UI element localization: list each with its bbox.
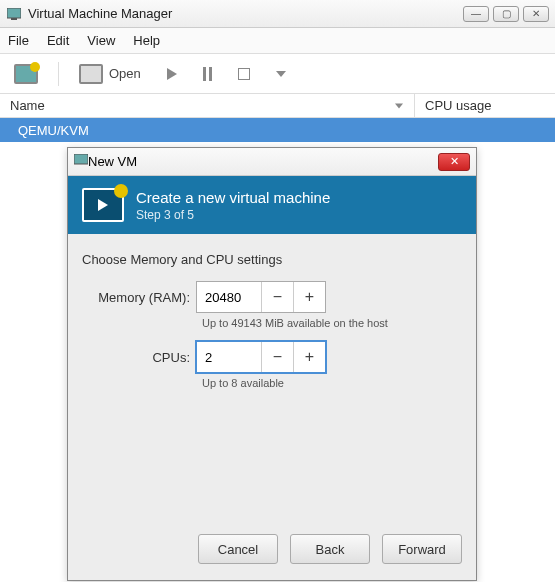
menu-help[interactable]: Help <box>133 33 160 48</box>
open-button[interactable]: Open <box>73 60 147 88</box>
section-title: Choose Memory and CPU settings <box>82 252 462 267</box>
menu-edit[interactable]: Edit <box>47 33 69 48</box>
wizard-header: Create a new virtual machine Step 3 of 5 <box>68 176 476 234</box>
pause-button[interactable] <box>197 63 218 85</box>
dialog-close-button[interactable]: ✕ <box>438 153 470 171</box>
menubar: File Edit View Help <box>0 28 555 54</box>
dialog-icon <box>74 154 88 169</box>
run-button[interactable] <box>161 64 183 84</box>
new-vm-button[interactable] <box>8 60 44 88</box>
memory-hint: Up to 49143 MiB available on the host <box>202 317 462 329</box>
cpu-label: CPUs: <box>82 350 196 365</box>
new-vm-icon <box>14 64 38 84</box>
memory-input[interactable] <box>197 282 261 312</box>
wizard-title: Create a new virtual machine <box>136 189 330 206</box>
dialog-titlebar: New VM ✕ <box>68 148 476 176</box>
play-icon <box>167 68 177 80</box>
wizard-step: Step 3 of 5 <box>136 208 330 222</box>
window-title: Virtual Machine Manager <box>28 6 463 21</box>
svg-rect-2 <box>74 154 88 164</box>
column-cpu[interactable]: CPU usage <box>415 94 555 117</box>
memory-decrement[interactable]: − <box>261 282 293 312</box>
new-vm-dialog: New VM ✕ Create a new virtual machine St… <box>67 147 477 581</box>
svg-rect-1 <box>11 18 17 20</box>
monitor-icon <box>79 64 103 84</box>
memory-label: Memory (RAM): <box>82 290 196 305</box>
cpu-decrement[interactable]: − <box>261 342 293 372</box>
svg-rect-0 <box>7 8 21 18</box>
maximize-button[interactable]: ▢ <box>493 6 519 22</box>
dialog-body: Choose Memory and CPU settings Memory (R… <box>68 234 476 524</box>
toolbar-separator <box>58 62 59 86</box>
cpu-hint: Up to 8 available <box>202 377 462 389</box>
cpu-input[interactable] <box>197 342 261 372</box>
chevron-down-icon <box>276 71 286 77</box>
main-titlebar: Virtual Machine Manager — ▢ ✕ <box>0 0 555 28</box>
dialog-footer: Cancel Back Forward <box>68 524 476 580</box>
wizard-icon <box>82 188 124 222</box>
close-window-button[interactable]: ✕ <box>523 6 549 22</box>
cpu-increment[interactable]: + <box>293 342 325 372</box>
back-button[interactable]: Back <box>290 534 370 564</box>
forward-button[interactable]: Forward <box>382 534 462 564</box>
app-icon <box>6 6 22 22</box>
column-name[interactable]: Name <box>0 94 415 117</box>
menu-view[interactable]: View <box>87 33 115 48</box>
pause-icon <box>203 67 212 81</box>
list-item-label: QEMU/KVM <box>18 123 89 138</box>
column-cpu-label: CPU usage <box>425 98 491 113</box>
stop-icon <box>238 68 250 80</box>
open-label: Open <box>109 66 141 81</box>
sort-icon <box>395 103 403 108</box>
cancel-button[interactable]: Cancel <box>198 534 278 564</box>
menu-file[interactable]: File <box>8 33 29 48</box>
list-header: Name CPU usage <box>0 94 555 118</box>
memory-spinner: − + <box>196 281 326 313</box>
shutdown-button[interactable] <box>232 64 256 84</box>
toolbar: Open <box>0 54 555 94</box>
minimize-button[interactable]: — <box>463 6 489 22</box>
list-item[interactable]: QEMU/KVM <box>0 118 555 142</box>
shutdown-menu-button[interactable] <box>270 67 292 81</box>
dialog-title: New VM <box>88 154 137 169</box>
memory-increment[interactable]: + <box>293 282 325 312</box>
column-name-label: Name <box>10 98 45 113</box>
cpu-spinner: − + <box>196 341 326 373</box>
